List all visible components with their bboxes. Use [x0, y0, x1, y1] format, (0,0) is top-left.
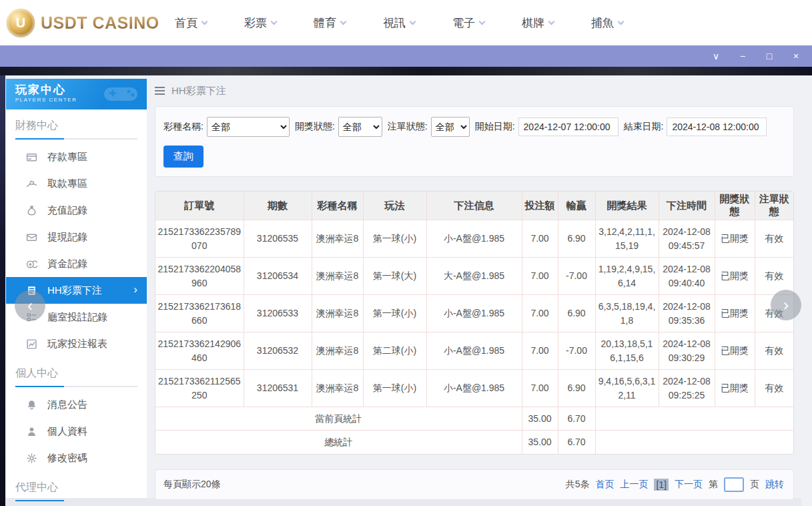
table-cell: 3,12,4,2,11,1,15,19 — [595, 220, 659, 258]
brand-logo[interactable]: U USDT CASINO — [0, 9, 160, 37]
column-header: 下注信息 — [426, 192, 522, 220]
sidebar-item-label: HH彩票下注 — [47, 284, 102, 297]
password-gear-icon — [26, 453, 37, 464]
sidebar-collapse-button[interactable]: ‹ — [15, 290, 45, 321]
column-header: 開獎結果 — [595, 192, 659, 220]
column-header: 玩法 — [363, 192, 426, 220]
table-cell: 1,19,2,4,9,15,6,14 — [595, 258, 659, 295]
sidebar-item-recharge-record[interactable]: 充值記錄 — [6, 197, 147, 224]
sidebar-item-profile-person[interactable]: 個人資料 — [6, 418, 147, 445]
table-cell: 第一球(大) — [363, 258, 426, 295]
chevron-down-icon — [618, 18, 625, 25]
minimize-icon[interactable]: − — [737, 51, 748, 61]
profile-person-icon — [26, 426, 37, 437]
sidebar-section-title-0: 財務中心 — [6, 109, 147, 138]
table-cell: 6,3,5,18,19,4,1,8 — [595, 295, 659, 332]
sidebar-item-label: 消息公告 — [47, 399, 87, 411]
prev-page-link[interactable]: 上一页 — [620, 479, 648, 491]
summary-label: 當前頁統計 — [155, 407, 522, 431]
table-cell: 已開獎 — [715, 370, 755, 407]
summary-winloss-total: 6.70 — [558, 431, 595, 454]
main-menu-item-0[interactable]: 首頁 — [175, 15, 244, 31]
main-menu-item-3[interactable]: 視訊 — [383, 15, 452, 31]
first-page-link[interactable]: 首页 — [595, 479, 614, 491]
sidebar-item-announcement-bell[interactable]: 消息公告 — [6, 391, 147, 418]
table-cell: 6.90 — [558, 370, 595, 407]
jump-action-link[interactable]: 跳转 — [765, 479, 784, 491]
lottery-name-select[interactable]: 全部 — [207, 117, 290, 137]
table-cell: 有效 — [755, 258, 793, 295]
table-cell: 有效 — [755, 220, 793, 258]
jump-prefix-text: 第 — [709, 479, 718, 491]
sidebar-item-funds-record[interactable]: 資金記錄 — [6, 250, 147, 277]
sidebar-item-label: 充值記錄 — [47, 204, 87, 217]
close-icon[interactable]: × — [791, 51, 801, 61]
chevron-down-icon — [410, 18, 416, 25]
start-date-input[interactable] — [518, 117, 619, 136]
top-navbar: U USDT CASINO 首頁彩票體育視訊電子棋牌捕魚 — [0, 0, 812, 45]
sidebar-item-password-gear[interactable]: 修改密碼 — [6, 445, 147, 471]
sidebar-item-withdraw-hand[interactable]: 取款專區 — [6, 170, 147, 197]
end-date-input[interactable] — [667, 117, 767, 136]
collapse-window-icon[interactable]: ∨ — [711, 51, 721, 61]
main-menu-item-6[interactable]: 捕魚 — [591, 15, 661, 31]
chevron-down-icon — [479, 18, 486, 25]
table-cell: 2024-12-08 09:40:40 — [659, 258, 715, 295]
order-status-select[interactable]: 全部 — [431, 117, 470, 137]
table-cell: 6.90 — [558, 295, 595, 332]
chevron-down-icon — [271, 18, 278, 25]
table-cell: 澳洲幸运8 — [312, 258, 363, 295]
table-cell: 7.00 — [522, 220, 558, 258]
main-menu-item-5[interactable]: 棋牌 — [522, 15, 591, 31]
sidebar-item-withdrawal-record[interactable]: 提現記錄 — [6, 224, 147, 250]
next-page-link[interactable]: 下一页 — [675, 479, 703, 491]
table-cell: 7.00 — [522, 258, 558, 295]
column-header: 訂單號 — [155, 192, 244, 220]
column-header: 彩種名稱 — [312, 192, 363, 220]
column-header: 開獎狀態 — [715, 192, 755, 220]
table-cell: 2152173362173618660 — [155, 295, 244, 332]
recharge-record-icon — [26, 205, 37, 216]
page-jump-input[interactable] — [724, 477, 744, 492]
column-header: 投注額 — [522, 192, 558, 220]
main-menu-item-2[interactable]: 體育 — [314, 15, 383, 31]
maximize-icon[interactable]: □ — [764, 51, 775, 61]
section-underline — [15, 500, 137, 501]
menu-item-label: 體育 — [314, 15, 336, 31]
menu-item-label: 視訊 — [383, 15, 406, 31]
table-row: 215217336220405896031206534澳洲幸运8第一球(大)大-… — [155, 258, 793, 295]
menu-item-label: 彩票 — [244, 15, 267, 31]
sidebar-item-deposit-card[interactable]: 存款專區 — [6, 144, 147, 170]
announcement-bell-icon — [26, 399, 37, 411]
draw-status-label: 開獎狀態: — [295, 121, 335, 133]
sidebar-item-label: 存款專區 — [47, 151, 87, 164]
start-date-label: 開始日期: — [475, 121, 515, 133]
sidebar-section-title-1: 個人中心 — [6, 357, 147, 386]
sidebar-item-label: 取款專區 — [47, 178, 87, 190]
chevron-down-icon — [548, 18, 555, 25]
table-cell: 2024-12-08 09:45:57 — [659, 220, 715, 258]
search-button[interactable]: 查詢 — [163, 146, 204, 168]
table-cell: 有效 — [755, 370, 793, 407]
table-cell: 已開獎 — [715, 332, 755, 370]
table-cell: 有效 — [755, 332, 793, 370]
table-row: 215217336211256525031206531澳洲幸运8第一球(小)小-… — [155, 370, 793, 407]
lottery-name-label: 彩種名稱: — [163, 121, 204, 133]
sidebar-item-label: 廳室投註記錄 — [47, 311, 107, 324]
summary-winloss-total: 6.70 — [558, 407, 595, 431]
main-menu: 首頁彩票體育視訊電子棋牌捕魚 — [160, 15, 812, 31]
main-menu-item-1[interactable]: 彩票 — [244, 15, 314, 31]
sidebar-item-label: 資金記錄 — [47, 258, 87, 270]
menu-toggle-icon[interactable] — [155, 87, 165, 95]
jump-suffix-text: 页 — [750, 479, 759, 491]
right-background-edge — [801, 75, 812, 506]
column-header: 期數 — [244, 192, 312, 220]
app-area: 玩家中心 PLAYERS CENTER 財務中心存款專區取款專區充值記錄提現記錄… — [0, 75, 812, 506]
main-menu-item-4[interactable]: 電子 — [452, 15, 522, 31]
table-cell: 2152173362204058960 — [155, 258, 244, 295]
table-scroll-right-button[interactable]: › — [771, 290, 801, 320]
draw-status-select[interactable]: 全部 — [338, 117, 382, 137]
sidebar-item-player-report[interactable]: 玩家投注報表 — [6, 330, 147, 357]
bets-table-panel: 訂單號期數彩種名稱玩法下注信息投注額輸贏開獎結果下注時間開獎狀態注單狀態 215… — [155, 191, 794, 455]
table-cell: 31206534 — [244, 258, 312, 295]
